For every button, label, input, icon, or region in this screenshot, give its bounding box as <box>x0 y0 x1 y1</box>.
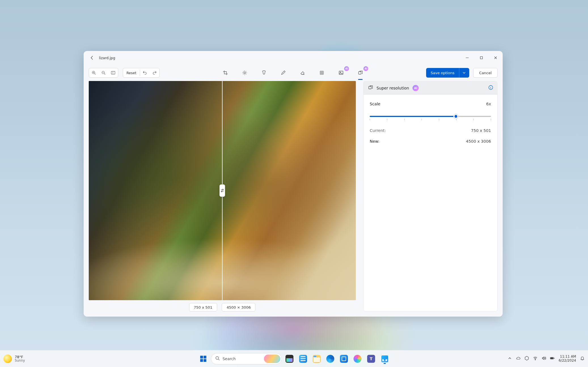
zoom-out-button[interactable] <box>99 68 108 77</box>
svg-rect-11 <box>204 356 206 359</box>
undo-icon <box>143 71 147 75</box>
photos-icon <box>381 355 389 363</box>
super-res-icon <box>368 85 373 91</box>
edit-tools: AI AI <box>221 68 365 78</box>
save-options-chevron[interactable] <box>459 68 469 78</box>
photos-editor-window: lizard.jpg Reset <box>84 51 503 317</box>
copilot-icon <box>354 355 361 363</box>
background-tool-button[interactable] <box>317 68 327 78</box>
original-dimensions-chip: 750 x 501 <box>189 303 217 311</box>
teams-button[interactable] <box>365 353 377 365</box>
super-resolution-tool-button[interactable]: AI <box>356 68 365 78</box>
cancel-button[interactable]: Cancel <box>473 68 498 78</box>
current-size-row: Current: 750 x 501 <box>370 128 491 133</box>
super-resolution-panel: Super resolution AI Scale 6x <box>363 81 498 311</box>
volume-tray-icon[interactable] <box>542 356 546 361</box>
redo-button[interactable] <box>150 68 159 77</box>
weather-desc: Sunny <box>15 359 25 362</box>
taskbar-search[interactable]: Search <box>211 353 282 364</box>
svg-rect-8 <box>369 86 371 89</box>
battery-tray-icon[interactable] <box>550 356 555 361</box>
ai-badge: AI <box>413 85 419 91</box>
brightness-icon <box>242 70 247 75</box>
teams-icon <box>367 355 375 363</box>
widgets-button[interactable] <box>297 353 309 365</box>
window-title: lizard.jpg <box>99 56 115 60</box>
speaker-icon <box>542 356 546 360</box>
search-icon <box>215 356 220 362</box>
new-size-row: New: 4500 x 3006 <box>370 139 491 144</box>
action-buttons: Save options Cancel <box>426 68 498 78</box>
system-tray: 11:11 AM 6/22/2024 <box>507 355 585 362</box>
eraser-icon <box>300 70 305 75</box>
panel-info-button[interactable] <box>488 85 493 91</box>
scale-slider[interactable] <box>370 112 491 122</box>
new-size-label: New: <box>370 139 380 144</box>
image-ai-icon <box>339 70 344 75</box>
markup-tool-button[interactable] <box>278 68 288 78</box>
clock-time: 11:11 AM <box>560 355 576 359</box>
window-close-button[interactable] <box>488 51 503 65</box>
search-placeholder: Search <box>223 357 236 361</box>
copilot-button[interactable] <box>352 353 363 365</box>
svg-rect-0 <box>480 57 483 59</box>
task-view-button[interactable] <box>284 353 295 365</box>
filter-tool-button[interactable] <box>259 68 269 78</box>
wifi-icon <box>533 356 538 360</box>
edge-button[interactable] <box>324 353 336 365</box>
zoom-out-icon <box>101 71 106 75</box>
adjust-tool-button[interactable] <box>240 68 249 78</box>
crop-tool-button[interactable] <box>221 68 230 78</box>
generative-tool-button[interactable]: AI <box>336 68 346 78</box>
svg-rect-3 <box>111 71 115 74</box>
file-explorer-icon <box>313 355 321 363</box>
hex-icon <box>524 356 529 360</box>
window-minimize-button[interactable] <box>460 51 474 65</box>
svg-point-14 <box>216 357 219 359</box>
battery-icon <box>550 356 555 360</box>
new-size-value: 4500 x 3006 <box>466 139 491 144</box>
store-button[interactable] <box>338 353 350 365</box>
taskbar-center: Search <box>197 353 391 365</box>
scale-row: Scale 6x <box>370 102 491 106</box>
taskbar-clock[interactable]: 11:11 AM 6/22/2024 <box>559 355 576 362</box>
clock-date: 6/22/2024 <box>559 359 576 362</box>
taskbar-weather-widget[interactable]: 78°F Sunny <box>3 355 25 363</box>
scale-value: 6x <box>486 102 491 106</box>
tray-overflow-button[interactable] <box>507 356 512 361</box>
titlebar: lizard.jpg <box>84 51 503 65</box>
fit-button[interactable] <box>108 68 118 77</box>
svg-rect-12 <box>200 359 203 362</box>
notifications-button[interactable] <box>580 356 585 361</box>
image-compare-view[interactable] <box>89 81 356 300</box>
panel-header: Super resolution AI <box>363 81 497 95</box>
sun-icon <box>3 355 12 363</box>
window-maximize-button[interactable] <box>474 51 488 65</box>
dimension-chips: 750 x 501 4500 × 3006 <box>89 303 356 311</box>
save-options-button[interactable]: Save options <box>426 68 469 78</box>
image-canvas-area: 750 x 501 4500 × 3006 <box>89 81 356 311</box>
start-button[interactable] <box>197 353 209 365</box>
undo-button[interactable] <box>140 68 150 77</box>
file-explorer-button[interactable] <box>311 353 323 365</box>
onedrive-tray-icon[interactable] <box>516 356 521 361</box>
swap-icon <box>220 188 225 193</box>
reset-button[interactable]: Reset <box>123 71 140 75</box>
svg-rect-17 <box>551 358 553 359</box>
background-icon <box>319 70 324 75</box>
back-button[interactable] <box>88 54 96 62</box>
erase-tool-button[interactable] <box>298 68 307 78</box>
pen-icon <box>281 70 286 75</box>
info-icon <box>488 85 493 90</box>
windows-logo-icon <box>200 355 207 362</box>
store-icon <box>340 355 348 363</box>
photos-app-button[interactable] <box>379 353 391 365</box>
zoom-in-button[interactable] <box>89 68 99 77</box>
slider-track-fill <box>370 116 456 117</box>
network-tray-icon[interactable] <box>533 356 538 361</box>
slider-thumb[interactable] <box>454 114 458 119</box>
svg-rect-10 <box>200 356 203 359</box>
compare-slider-handle[interactable] <box>219 184 225 197</box>
copilot-tray-icon[interactable] <box>524 356 529 361</box>
current-size-value: 750 x 501 <box>471 128 491 133</box>
